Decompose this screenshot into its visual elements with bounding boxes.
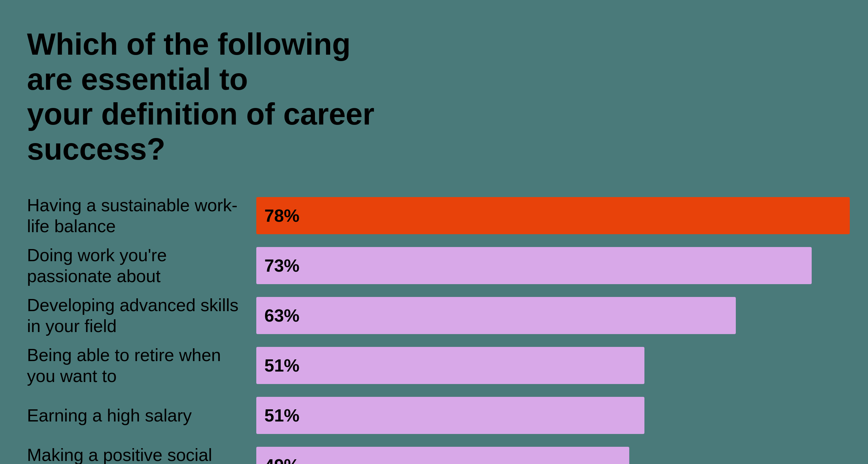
bar-label-0: Having a sustainable work-life balance (27, 195, 256, 237)
bar-1: 73% (256, 247, 812, 284)
bar-value-2: 63% (264, 305, 299, 326)
bar-2: 63% (256, 297, 736, 334)
bar-area-4: 51% (256, 393, 841, 437)
bar-area-1: 73% (256, 244, 841, 288)
bar-label-3: Being able to retire when you want to (27, 345, 256, 387)
bar-4: 51% (256, 397, 644, 434)
bar-area-5: 49% (256, 443, 841, 464)
chart-row: Developing advanced skills in your field… (27, 294, 841, 337)
bar-5: 49% (256, 447, 629, 464)
bar-area-2: 63% (256, 294, 841, 337)
bar-chart: Having a sustainable work-life balance78… (27, 194, 841, 464)
chart-title-line2: your definition of career success? (27, 97, 374, 166)
chart-row: Being able to retire when you want to51% (27, 344, 841, 387)
bar-value-0: 78% (264, 206, 299, 226)
bar-label-4: Earning a high salary (27, 405, 256, 426)
bar-value-4: 51% (264, 405, 299, 426)
bar-value-1: 73% (264, 255, 299, 276)
bar-area-0: 78% (256, 194, 850, 238)
bar-3: 51% (256, 347, 644, 384)
bar-0: 78% (256, 197, 850, 234)
bar-value-3: 51% (264, 355, 299, 376)
bar-label-5: Making a positive social impact (27, 444, 256, 464)
chart-row: Having a sustainable work-life balance78… (27, 194, 841, 238)
bar-label-2: Developing advanced skills in your field (27, 295, 256, 337)
chart-title-line1: Which of the following are essential to (27, 27, 351, 96)
bar-label-1: Doing work you're passionate about (27, 245, 256, 287)
chart-row: Doing work you're passionate about73% (27, 244, 841, 288)
chart-row: Earning a high salary51% (27, 393, 841, 437)
bar-area-3: 51% (256, 344, 841, 387)
chart-title: Which of the following are essential to … (27, 27, 398, 167)
chart-row: Making a positive social impact49% (27, 443, 841, 464)
bar-value-5: 49% (264, 455, 299, 464)
